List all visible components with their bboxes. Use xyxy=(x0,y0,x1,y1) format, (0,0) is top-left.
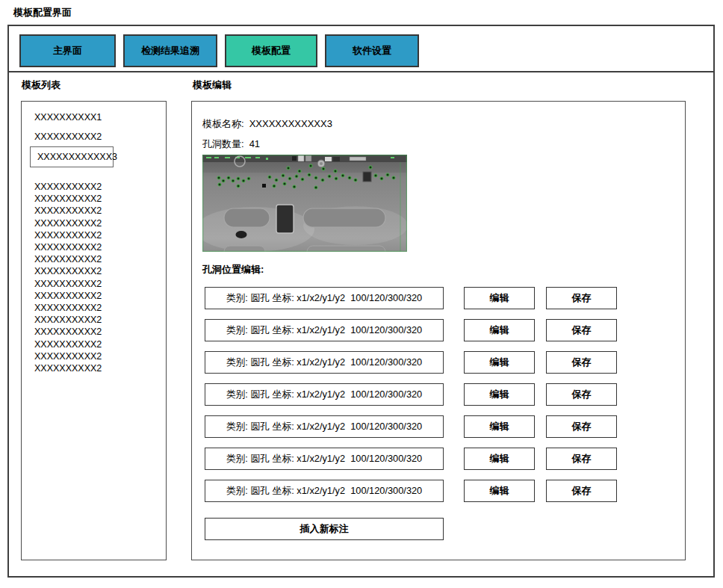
template-list-item[interactable]: XXXXXXXXXX2 xyxy=(34,241,102,253)
tab-software-settings[interactable]: 软件设置 xyxy=(325,34,419,67)
hole-row-field[interactable]: 类别: 圆孔 坐标: x1/x2/y1/y2 100/120/300/320 xyxy=(205,383,444,406)
hole-row: 类别: 圆孔 坐标: x1/x2/y1/y2 100/120/300/320 编… xyxy=(205,287,634,309)
template-list-item[interactable]: XXXXXXXXXX2 xyxy=(34,193,102,205)
tab-template-config[interactable]: 模板配置 xyxy=(225,34,317,67)
template-list-item[interactable]: XXXXXXXXXX2 xyxy=(34,362,102,374)
template-list-item[interactable]: XXXXXXXXXX2 xyxy=(34,217,102,229)
template-list-item[interactable]: XXXXXXXXXX2 xyxy=(34,314,102,326)
edit-button[interactable]: 编辑 xyxy=(464,351,535,374)
tab-detection-trace[interactable]: 检测结果追溯 xyxy=(123,34,217,67)
selected-template-item[interactable]: XXXXXXXXXXXX3 xyxy=(30,146,114,167)
hole-count-value: 41 xyxy=(249,138,260,149)
tabbar-divider xyxy=(9,71,713,72)
hole-row: 类别: 圆孔 坐标: x1/x2/y1/y2 100/120/300/320 编… xyxy=(205,415,634,438)
save-button[interactable]: 保存 xyxy=(546,383,617,406)
hole-count-line: 孔洞数量:41 xyxy=(202,137,260,151)
hole-row-field[interactable]: 类别: 圆孔 坐标: x1/x2/y1/y2 100/120/300/320 xyxy=(205,351,444,374)
template-preview-image xyxy=(202,155,407,252)
template-edit-box: 模板名称:XXXXXXXXXXXX3 孔洞数量:41 xyxy=(191,101,686,560)
hole-row-field[interactable]: 类别: 圆孔 坐标: x1/x2/y1/y2 100/120/300/320 xyxy=(205,480,444,502)
template-name-value: XXXXXXXXXXXX3 xyxy=(249,118,332,129)
template-list-item[interactable]: XXXXXXXXXX2 xyxy=(34,338,102,350)
template-list-item[interactable]: XXXXXXXXXX2 xyxy=(34,350,102,362)
save-button[interactable]: 保存 xyxy=(546,287,617,309)
main-window: 主界面 检测结果追溯 模板配置 软件设置 模板列表 模板编辑 XXXXXXXXX… xyxy=(7,25,715,578)
edit-button[interactable]: 编辑 xyxy=(464,383,535,406)
save-button[interactable]: 保存 xyxy=(546,448,617,470)
template-list-item[interactable]: XXXXXXXXXX2 xyxy=(34,302,102,314)
template-list-item[interactable]: XXXXXXXXXX2 xyxy=(34,131,102,142)
template-list-item[interactable]: XXXXXXXXXX2 xyxy=(34,229,102,241)
template-name-label: 模板名称: xyxy=(202,118,244,129)
hole-row-field[interactable]: 类别: 圆孔 坐标: x1/x2/y1/y2 100/120/300/320 xyxy=(205,287,444,309)
tab-main[interactable]: 主界面 xyxy=(19,34,116,67)
hole-rows: 类别: 圆孔 坐标: x1/x2/y1/y2 100/120/300/320 编… xyxy=(205,287,634,512)
save-button[interactable]: 保存 xyxy=(546,351,617,374)
template-list-items: XXXXXXXXXX2XXXXXXXXXX2XXXXXXXXXX2XXXXXXX… xyxy=(34,181,102,374)
edit-button[interactable]: 编辑 xyxy=(464,448,535,470)
template-list-item[interactable]: XXXXXXXXXX2 xyxy=(34,181,102,193)
template-list-item[interactable]: XXXXXXXXXX1 xyxy=(34,112,102,123)
hole-row-field[interactable]: 类别: 圆孔 坐标: x1/x2/y1/y2 100/120/300/320 xyxy=(205,415,444,438)
hole-row: 类别: 圆孔 坐标: x1/x2/y1/y2 100/120/300/320 编… xyxy=(205,351,634,374)
template-list-item[interactable]: XXXXXXXXXX2 xyxy=(34,205,102,217)
hole-row: 类别: 圆孔 坐标: x1/x2/y1/y2 100/120/300/320 编… xyxy=(205,480,634,502)
save-button[interactable]: 保存 xyxy=(546,480,617,502)
hole-row: 类别: 圆孔 坐标: x1/x2/y1/y2 100/120/300/320 编… xyxy=(205,383,634,406)
template-edit-title: 模板编辑 xyxy=(193,78,232,92)
tab-bar: 主界面 检测结果追溯 模板配置 软件设置 xyxy=(19,34,419,67)
template-list-title: 模板列表 xyxy=(22,78,60,92)
template-list-item[interactable]: XXXXXXXXXX2 xyxy=(34,253,102,265)
edit-button[interactable]: 编辑 xyxy=(464,287,535,309)
hole-count-label: 孔洞数量: xyxy=(202,138,244,149)
hole-position-edit-label: 孔洞位置编辑: xyxy=(202,263,264,276)
template-list-item[interactable]: XXXXXXXXXX2 xyxy=(34,265,102,277)
save-button[interactable]: 保存 xyxy=(546,415,617,438)
edit-button[interactable]: 编辑 xyxy=(464,415,535,438)
template-name-line: 模板名称:XXXXXXXXXXXX3 xyxy=(202,117,332,131)
hole-row: 类别: 圆孔 坐标: x1/x2/y1/y2 100/120/300/320 编… xyxy=(205,448,634,470)
page-title: 模板配置界面 xyxy=(13,6,72,19)
template-list-item[interactable]: XXXXXXXXXX2 xyxy=(34,278,102,290)
template-list-item[interactable]: XXXXXXXXXX2 xyxy=(34,326,102,338)
save-button[interactable]: 保存 xyxy=(546,319,617,341)
hole-row-field[interactable]: 类别: 圆孔 坐标: x1/x2/y1/y2 100/120/300/320 xyxy=(205,319,444,341)
edit-button[interactable]: 编辑 xyxy=(464,480,535,502)
hole-row: 类别: 圆孔 坐标: x1/x2/y1/y2 100/120/300/320 编… xyxy=(205,319,634,341)
insert-annotation-button[interactable]: 插入新标注 xyxy=(205,518,444,540)
hole-row-field[interactable]: 类别: 圆孔 坐标: x1/x2/y1/y2 100/120/300/320 xyxy=(205,448,444,470)
template-list-box: XXXXXXXXXX1 XXXXXXXXXX2 XXXXXXXXXXXX3 XX… xyxy=(21,101,167,560)
template-list-item[interactable]: XXXXXXXXXX2 xyxy=(34,290,102,302)
edit-button[interactable]: 编辑 xyxy=(464,319,535,341)
